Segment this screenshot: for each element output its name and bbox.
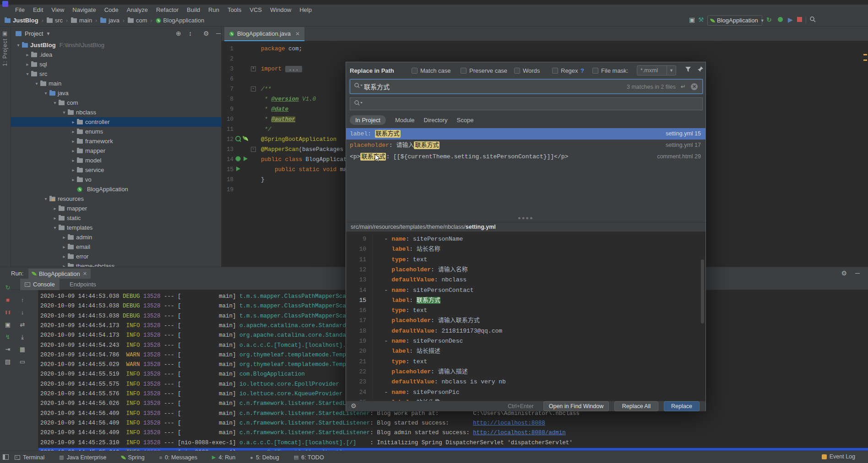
tree-chevron-icon[interactable]: ▸ xyxy=(71,148,76,153)
console-link[interactable]: http://localhost:8088/admin xyxy=(473,430,566,436)
result-row[interactable]: <p>联系方式: [[${currentTheme.setting.sitePe… xyxy=(346,151,705,162)
tree-chevron-icon[interactable]: ▸ xyxy=(52,215,58,221)
menu-item-analyze[interactable]: Analyze xyxy=(123,6,152,13)
tree-item-com[interactable]: ▾com xyxy=(11,98,222,108)
result-row[interactable]: placeholder: 请输入联系方式setting.yml 17 xyxy=(346,140,705,151)
menu-item-window[interactable]: Window xyxy=(266,6,295,13)
gear-icon[interactable]: ⚙ xyxy=(841,269,847,277)
status-item-java-enterprise[interactable]: ▥Java Enterprise xyxy=(56,453,109,462)
tree-chevron-icon[interactable]: ▸ xyxy=(61,254,67,259)
tree-item-nbclass[interactable]: ▾nbclass xyxy=(11,108,222,117)
menu-item-edit[interactable]: Edit xyxy=(29,6,47,13)
layout-icon[interactable]: ▤ xyxy=(4,358,12,366)
project-tool-icon[interactable]: ▣ xyxy=(2,30,7,37)
menu-item-run[interactable]: Run xyxy=(204,6,223,13)
tree-chevron-icon[interactable]: ▸ xyxy=(61,235,67,240)
runa-gutter-icon[interactable] xyxy=(243,156,248,162)
scope-tab-scope[interactable]: Scope xyxy=(457,117,474,124)
project-panel-header[interactable]: Project ▼ ⊕ ↕ ⚙ ─ xyxy=(11,27,222,40)
tree-chevron-icon[interactable]: ▾ xyxy=(25,71,30,76)
replace-button[interactable]: Replace xyxy=(664,401,700,411)
menu-item-refactor[interactable]: Refactor xyxy=(152,6,183,13)
locate-file-icon[interactable]: ⊕ xyxy=(176,30,181,37)
close-icon[interactable]: ✕ xyxy=(295,31,300,37)
console-line[interactable]: 2020-10-09 14:44:56.409 INFO 13528 --- [… xyxy=(40,419,545,428)
tab-endpoints[interactable]: Endpoints xyxy=(65,279,101,290)
tree-chevron-icon[interactable]: ▸ xyxy=(71,167,76,172)
file-mask-checkbox[interactable]: File mask: xyxy=(592,67,628,74)
run-session-tab[interactable]: BlogApplication ✕ xyxy=(28,269,91,279)
tree-item-admin[interactable]: ▸admin xyxy=(11,232,222,242)
tree-chevron-icon[interactable]: ▸ xyxy=(61,244,67,249)
close-icon[interactable]: ✕ xyxy=(83,271,87,277)
console-line[interactable]: 2020-10-09 14:44:53.038 DEBUG 13528 --- … xyxy=(40,301,370,311)
tree-item-vo[interactable]: ▸vo xyxy=(11,175,222,184)
coverage-button[interactable]: ▶ xyxy=(788,16,793,23)
status-item-0-messages[interactable]: ≡0: Messages xyxy=(157,453,200,462)
tree-item-templates[interactable]: ▾templates xyxy=(11,223,222,232)
pin-icon[interactable] xyxy=(697,66,704,75)
console-line[interactable]: 2020-10-09 14:45:25.310 INFO 13528 --- [… xyxy=(40,438,573,448)
tree-item-main[interactable]: ▾main xyxy=(11,79,222,88)
tree-item-controller[interactable]: ▸controller xyxy=(11,117,222,127)
console-line[interactable]: 2020-10-09 14:44:55.519 INFO 13528 --- [… xyxy=(40,370,370,379)
scope-tab-directory[interactable]: Directory xyxy=(424,117,448,124)
preview-scrollbar[interactable] xyxy=(701,259,704,323)
runa-gutter-icon[interactable] xyxy=(235,166,241,172)
collapse-all-icon[interactable]: ↕ xyxy=(189,30,192,37)
rerun-icon[interactable]: ↻ xyxy=(4,284,12,292)
status-item-4-run[interactable]: ▶4: Run xyxy=(209,453,238,462)
tree-chevron-icon[interactable]: ▸ xyxy=(71,129,76,134)
tree-chevron-icon[interactable]: ▸ xyxy=(25,52,30,57)
tree-item-enums[interactable]: ▸enums xyxy=(11,127,222,136)
scope-tab-in-project[interactable]: In Project xyxy=(350,115,386,125)
editor-tab[interactable]: BlogApplication.java ✕ xyxy=(224,27,304,41)
filter-icon[interactable] xyxy=(685,66,692,75)
debug-button[interactable] xyxy=(778,16,783,23)
scope-tab-module[interactable]: Module xyxy=(395,117,415,124)
code-line-1[interactable]: 1package com; xyxy=(222,44,868,54)
regex-help-icon[interactable]: ? xyxy=(580,67,584,74)
tree-item-theme-nbclass[interactable]: ▸theme-nbclass xyxy=(11,261,222,267)
tree-item-blogapplication[interactable]: BlogApplication xyxy=(11,184,222,194)
menu-item-file[interactable]: File xyxy=(11,6,29,13)
file-mask-select[interactable]: *.mxml ▼ xyxy=(637,65,676,75)
attach-icon[interactable]: ⇥ xyxy=(4,345,12,354)
down-icon[interactable]: ↓ xyxy=(18,308,27,317)
tool-window-toggle-icon[interactable] xyxy=(3,454,9,460)
open-in-find-window-button[interactable]: Open in Find Window xyxy=(543,401,609,411)
tree-item-model[interactable]: ▸model xyxy=(11,156,222,165)
tree-item-mapper[interactable]: ▸mapper xyxy=(11,146,222,156)
tree-chevron-icon[interactable]: ▸ xyxy=(71,139,76,144)
checkbox-icon[interactable] xyxy=(514,68,520,74)
tree-chevron-icon[interactable]: ▾ xyxy=(52,100,58,105)
tree-chevron-icon[interactable]: ▸ xyxy=(71,158,76,163)
tree-item-src[interactable]: ▾src xyxy=(11,69,222,79)
tree-item-sql[interactable]: ▸sql xyxy=(11,59,222,69)
print-icon[interactable]: ▦ xyxy=(18,345,27,354)
checkbox-icon[interactable] xyxy=(461,68,467,74)
checkbox-icon[interactable] xyxy=(592,68,598,74)
replace-input[interactable] xyxy=(350,97,703,110)
status-item-terminal[interactable]: >_Terminal xyxy=(12,453,47,462)
checkbox-icon[interactable] xyxy=(412,68,418,74)
tree-item-mapper[interactable]: ▸mapper xyxy=(11,204,222,213)
fold-marker-icon[interactable]: - xyxy=(251,86,256,92)
status-item-5-debug[interactable]: ●5: Debug xyxy=(247,453,282,462)
screenshot-icon[interactable]: ▣ xyxy=(4,321,12,329)
tree-chevron-icon[interactable]: ▾ xyxy=(61,110,67,115)
leaves-gutter-icon[interactable] xyxy=(243,136,248,141)
stop-icon[interactable]: ■ xyxy=(4,296,12,304)
tree-chevron-icon[interactable]: ▸ xyxy=(52,206,58,211)
tree-chevron-icon[interactable]: ▸ xyxy=(71,177,76,182)
run-configuration-select[interactable]: BlogApplication ▼ xyxy=(707,15,762,26)
pause-icon[interactable]: ❚❚ xyxy=(4,308,12,317)
tree-item-.idea[interactable]: ▸.idea xyxy=(11,50,222,59)
tree-item-justblog[interactable]: ▾JustBlogF:\linshi\JustBlog xyxy=(11,40,222,50)
tree-chevron-icon[interactable]: ▸ xyxy=(71,119,76,124)
option-preserve-case[interactable]: Preserve case xyxy=(461,67,507,74)
clear-search-icon[interactable]: ✕ xyxy=(691,83,698,90)
status-item-spring[interactable]: Spring xyxy=(119,453,147,462)
checkbox-icon[interactable] xyxy=(552,68,558,74)
search-input[interactable]: 联系方式 3 matches in 2 files ↵ ✕ xyxy=(350,79,703,94)
